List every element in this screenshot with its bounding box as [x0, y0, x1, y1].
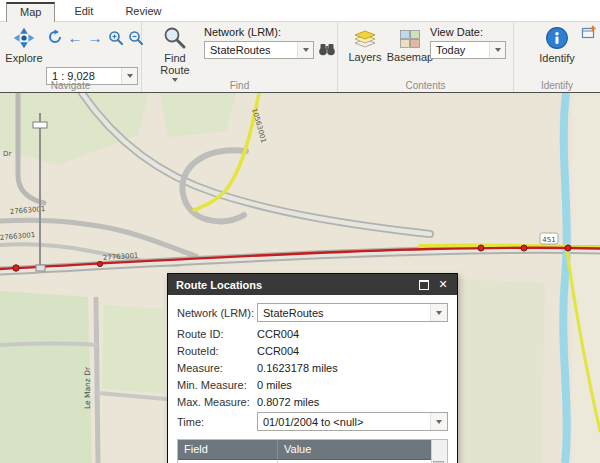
- network-lrm-combo[interactable]: StateRoutes: [204, 41, 314, 59]
- find-route-magnifier-icon: [163, 26, 187, 52]
- route-shield: 451: [540, 233, 558, 244]
- chevron-down-icon: [489, 42, 505, 58]
- zoom-in-icon: [108, 30, 123, 47]
- find-route-label: Find Route: [158, 52, 192, 76]
- find-route-button[interactable]: Find Route: [154, 26, 196, 85]
- field-value: 0.8072 miles: [257, 396, 319, 408]
- group-label-navigate: Navigate: [0, 80, 141, 91]
- ribbon: Map Edit Review Explore: [0, 0, 600, 93]
- forward-button[interactable]: →: [86, 29, 104, 47]
- table-header-field: Field: [178, 440, 278, 459]
- field-row-measure: Measure: 0.1623178 miles: [177, 360, 448, 375]
- network-lrm-label: Network (LRM):: [204, 26, 281, 38]
- network-lrm-value: StateRoutes: [210, 44, 271, 56]
- group-identify: Identify Identify: [514, 22, 600, 92]
- identify-window-button[interactable]: [579, 24, 597, 42]
- zoom-slider-end: [36, 265, 45, 271]
- time-dropdown-value: 01/01/2004 to <null>: [263, 416, 363, 428]
- binoculars-icon: [318, 40, 336, 60]
- close-icon: ✕: [438, 279, 447, 290]
- zoom-in-button[interactable]: [106, 29, 124, 47]
- field-row-network: Network (LRM): StateRoutes: [177, 302, 448, 323]
- maximize-button[interactable]: [416, 277, 432, 292]
- tab-review[interactable]: Review: [112, 2, 174, 21]
- group-navigate: Explore ← →: [0, 22, 142, 92]
- field-row-route-id: Route ID: CCR004: [177, 326, 448, 341]
- close-button[interactable]: ✕: [435, 277, 451, 292]
- group-label-contents: Contents: [338, 80, 513, 91]
- zoom-slider-handle[interactable]: [33, 122, 47, 128]
- previous-extent-button[interactable]: [46, 29, 64, 47]
- network-dropdown-value: StateRoutes: [263, 307, 324, 319]
- group-find: Find Route Network (LRM): StateRoutes: [142, 22, 338, 92]
- street-label: Le Manz Dr: [83, 366, 92, 409]
- left-arrow-icon: ←: [68, 31, 83, 45]
- time-dropdown[interactable]: 01/01/2004 to <null>: [257, 412, 448, 431]
- field-value: 0 miles: [257, 379, 292, 391]
- layers-button[interactable]: Layers: [344, 26, 386, 63]
- field-row-min-measure: Min. Measure: 0 miles: [177, 377, 448, 392]
- field-label: Route ID:: [177, 328, 257, 340]
- tab-edit[interactable]: Edit: [61, 2, 106, 21]
- explore-label: Explore: [5, 52, 42, 64]
- identify-window-icon: [581, 25, 596, 42]
- field-label: Network (LRM):: [177, 307, 257, 319]
- field-label: Max. Measure:: [177, 396, 257, 408]
- field-row-time: Time: 01/01/2004 to <null>: [177, 411, 448, 432]
- river: [563, 93, 566, 463]
- back-button[interactable]: ←: [66, 29, 84, 47]
- chevron-down-icon: [430, 413, 447, 430]
- dialog-body: Network (LRM): StateRoutes Route ID: CCR…: [168, 295, 457, 463]
- group-contents: Layers Basemap View Date: Today Cont: [338, 22, 514, 92]
- explore-button[interactable]: Explore: [4, 26, 44, 64]
- dialog-titlebar[interactable]: Route Locations ✕: [168, 274, 457, 295]
- street-label: Dr: [3, 150, 11, 158]
- field-value: CCR004: [257, 328, 299, 340]
- chevron-down-icon: [430, 304, 447, 321]
- chevron-down-icon: [297, 42, 313, 58]
- field-label: RouteId:: [177, 345, 257, 357]
- basemap-button[interactable]: Basemap: [384, 26, 436, 63]
- identify-info-icon: [545, 26, 569, 52]
- view-date-combo[interactable]: Today: [430, 41, 506, 59]
- field-row-max-measure: Max. Measure: 0.8072 miles: [177, 394, 448, 409]
- maximize-icon: [419, 280, 429, 290]
- field-row-routeid: RouteId: CCR004: [177, 343, 448, 358]
- dialog-title: Route Locations: [176, 279, 262, 291]
- field-value: CCR004: [257, 345, 299, 357]
- zoom-out-icon: [128, 30, 143, 47]
- route-shield-label: 451: [542, 236, 555, 244]
- table-header-value: Value: [278, 440, 431, 459]
- route-locations-dialog: Route Locations ✕ Network (LRM): StateRo…: [167, 273, 458, 463]
- circular-arrow-icon: [47, 29, 63, 47]
- map-canvas[interactable]: 451 27663001 27663001 27763001 10563001 …: [0, 93, 600, 463]
- table-scrollbar[interactable]: [431, 440, 447, 463]
- identify-button[interactable]: Identify: [534, 26, 580, 64]
- layers-icon: [354, 26, 376, 51]
- explore-icon: [12, 26, 36, 52]
- group-label-identify: Identify: [514, 80, 600, 91]
- right-arrow-icon: →: [88, 31, 103, 45]
- tab-map[interactable]: Map: [6, 2, 55, 22]
- table-header-row: Field Value: [178, 440, 431, 460]
- identify-label: Identify: [539, 52, 574, 64]
- field-label: Min. Measure:: [177, 379, 257, 391]
- layers-label: Layers: [348, 51, 381, 63]
- field-value: 0.1623178 miles: [257, 362, 338, 374]
- group-label-find: Find: [142, 80, 337, 91]
- basemap-icon: [399, 26, 421, 51]
- basemap-label: Basemap: [387, 51, 433, 63]
- view-date-label: View Date:: [430, 26, 483, 38]
- network-dropdown[interactable]: StateRoutes: [257, 303, 448, 322]
- ribbon-tabstrip: Map Edit Review: [0, 0, 600, 22]
- view-date-value: Today: [436, 44, 465, 56]
- attributes-table: Field Value OBJECTID 2046 FromDate 1/1/2…: [177, 439, 448, 463]
- network-search-button[interactable]: [318, 41, 336, 59]
- field-label: Time:: [177, 416, 257, 428]
- field-label: Measure:: [177, 362, 257, 374]
